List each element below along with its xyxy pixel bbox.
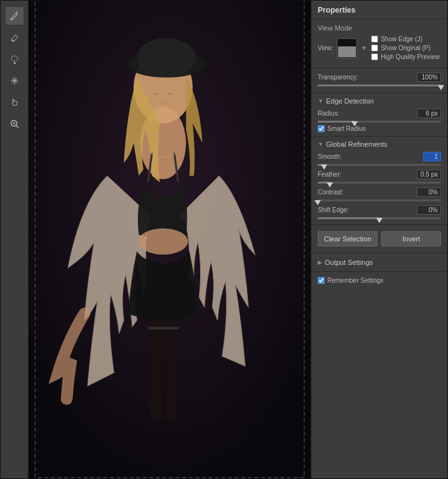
svg-point-3 [11,56,18,61]
contrast-slider[interactable] [318,199,441,201]
view-mode-label: View Mode [318,24,441,32]
feather-row: Feather: 0.5 px [318,170,441,179]
svg-line-2 [11,40,14,41]
view-label: View: [318,44,333,51]
global-ref-header[interactable]: ▼ Global Refinements [318,140,441,148]
radius-row: Radius: 6 px [318,109,441,118]
remember-settings-checkbox[interactable] [318,277,325,284]
feather-value[interactable]: 0.5 px [417,170,441,179]
svg-point-1 [10,19,12,20]
show-original-input[interactable] [371,44,378,51]
properties-panel: Properties View Mode View: ▼ Show Edge (… [311,1,447,478]
view-row: View: ▼ Show Edge (J) Show Original (P) [318,36,441,60]
brush-tool[interactable] [6,7,24,25]
transparency-row: Transparency: 100% [318,72,441,82]
show-edge-input[interactable] [371,36,378,43]
transparency-section: Transparency: 100% [311,69,447,93]
svg-point-18 [137,38,196,78]
edge-detection-arrow: ▼ [318,98,323,104]
smart-radius-label: Smart Radius [327,125,366,132]
transparency-slider[interactable] [318,84,441,86]
contrast-value[interactable]: 0% [417,187,441,197]
shift-edge-label: Shift Edge: [318,206,349,213]
eraser-tool[interactable] [6,29,24,46]
svg-line-0 [16,12,18,13]
toolbar [1,1,29,478]
svg-rect-21 [165,317,177,422]
contrast-label: Contrast: [318,189,344,196]
svg-line-10 [16,126,18,128]
invert-button[interactable]: Invert [381,231,441,246]
show-edge-checkbox[interactable]: Show Edge (J) [371,36,440,43]
svg-rect-20 [150,317,162,422]
svg-point-19 [138,228,187,254]
action-buttons-row: Clear Selection Invert [311,225,447,253]
app-container: Properties View Mode View: ▼ Show Edge (… [0,0,448,479]
smooth-value[interactable]: 1 [423,152,441,161]
view-checkboxes: Show Edge (J) Show Original (P) High Qua… [371,36,440,60]
svg-rect-22 [148,327,164,329]
high-quality-input[interactable] [371,53,378,60]
svg-point-4 [13,62,15,64]
global-ref-title: Global Refinements [326,140,388,148]
high-quality-checkbox[interactable]: High Quality Preview [371,53,440,60]
smart-radius-row: Smart Radius [318,125,441,132]
svg-rect-23 [163,327,179,329]
feather-label: Feather: [318,171,341,178]
contrast-row: Contrast: 0% [318,187,441,197]
magic-wand-tool[interactable] [6,72,24,90]
global-refinements-section: ▼ Global Refinements Smooth: 1 Feather: … [311,137,447,225]
shift-edge-row: Shift Edge: 0% [318,205,441,215]
lasso-tool[interactable] [6,50,24,68]
show-original-checkbox[interactable]: Show Original (P) [371,44,440,51]
radius-value[interactable]: 6 px [417,109,441,118]
output-settings-header[interactable]: ▶ Output Settings [318,259,441,266]
canvas-area [29,1,311,478]
shift-edge-value[interactable]: 0% [417,205,441,215]
remember-settings-label: Remember Settings [327,277,383,284]
transparency-value[interactable]: 100% [417,72,441,82]
output-settings-arrow: ▶ [318,259,322,266]
smooth-slider[interactable] [318,164,441,166]
photo-canvas[interactable] [29,1,311,478]
radius-label: Radius: [318,110,339,117]
remember-settings-section: Remember Settings [311,272,447,289]
view-thumbnail[interactable] [337,38,357,58]
svg-point-27 [167,93,172,95]
output-settings-section: ▶ Output Settings [311,253,447,272]
edge-detection-title: Edge Detection [326,97,374,105]
remember-settings-row[interactable]: Remember Settings [318,277,441,284]
hand-tool[interactable] [6,93,24,111]
smart-radius-checkbox[interactable] [318,125,325,132]
shift-edge-slider[interactable] [318,217,441,219]
output-settings-label: Output Settings [325,259,373,266]
radius-slider[interactable] [318,121,441,123]
edge-detection-header[interactable]: ▼ Edge Detection [318,97,441,105]
feather-slider[interactable] [318,182,441,184]
zoom-tool[interactable] [6,115,24,133]
clear-selection-button[interactable]: Clear Selection [318,231,377,246]
smooth-row: Smooth: 1 [318,152,441,161]
view-mode-section: View Mode View: ▼ Show Edge (J) Show Ori… [311,19,447,69]
edge-detection-section: ▼ Edge Detection Radius: 6 px Smart Radi… [311,93,447,137]
svg-point-26 [154,93,159,95]
view-dropdown-arrow[interactable]: ▼ [361,44,367,51]
smooth-label: Smooth: [318,153,341,160]
global-ref-arrow: ▼ [318,141,323,147]
transparency-label: Transparency: [318,74,358,81]
panel-title: Properties [311,1,447,19]
